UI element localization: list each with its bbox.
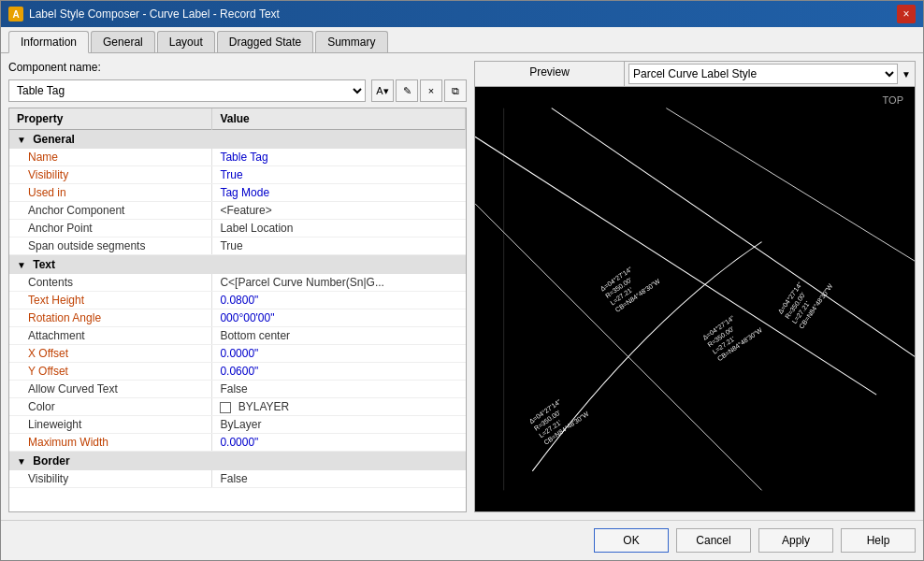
apply-button[interactable]: Apply <box>758 528 833 553</box>
expand-text-icon: ▼ <box>17 260 26 270</box>
table-row[interactable]: Visibility True <box>9 166 466 184</box>
prop-value-border-visibility: False <box>212 470 466 488</box>
app-icon: A <box>8 7 23 22</box>
prop-name-y-offset: Y Offset <box>9 363 212 381</box>
help-button[interactable]: Help <box>841 528 916 553</box>
prop-value-text-height: 0.0800" <box>212 292 466 309</box>
prop-value-name: Table Tag <box>212 149 466 166</box>
prop-name-attachment: Attachment <box>9 327 212 345</box>
preview-svg: Δ=04°27'14" R=350.00' L=27.21' CB=N84°48… <box>475 87 915 511</box>
prop-name-contents: Contents <box>9 274 212 292</box>
expand-border-icon: ▼ <box>17 456 26 467</box>
prop-value-attachment: Bottom center <box>212 327 466 345</box>
text-style-button[interactable]: A▾ <box>371 79 394 102</box>
delete-button[interactable]: × <box>420 79 442 102</box>
style-dropdown[interactable]: Parcel Curve Label Style <box>628 64 898 84</box>
table-row[interactable]: Maximum Width 0.0000" <box>9 434 466 452</box>
prop-name-text-height: Text Height <box>9 292 212 309</box>
table-row[interactable]: Visibility False <box>9 470 466 488</box>
prop-name-x-offset: X Offset <box>9 345 212 363</box>
color-swatch <box>220 402 231 413</box>
prop-value-anchor-point: Label Location <box>212 220 466 237</box>
prop-name-used-in: Used in <box>9 184 212 202</box>
prop-value-x-offset: 0.0000" <box>212 345 466 363</box>
tab-layout[interactable]: Layout <box>157 31 215 52</box>
preview-style-select: Parcel Curve Label Style ▼ <box>625 62 915 86</box>
table-row[interactable]: Used in Tag Mode <box>9 184 466 202</box>
table-row[interactable]: Span outside segments True <box>9 237 466 255</box>
dialog-window: A Label Style Composer - Curve Label - R… <box>0 0 924 561</box>
col-value: Value <box>212 108 466 130</box>
dropdown-arrow-icon: ▼ <box>902 69 911 79</box>
component-label: Component name: <box>8 61 101 74</box>
ok-button[interactable]: OK <box>594 528 669 553</box>
prop-name-lineweight: Lineweight <box>9 416 212 434</box>
table-row[interactable]: Anchor Point Label Location <box>9 220 466 237</box>
group-general-label: General <box>33 133 75 146</box>
tab-general[interactable]: General <box>91 31 155 52</box>
preview-panel: Preview Parcel Curve Label Style ▼ TOP <box>474 61 916 512</box>
prop-name-name: Name <box>9 149 212 166</box>
prop-value-visibility: True <box>212 166 466 184</box>
prop-value-y-offset: 0.0600" <box>212 363 466 381</box>
table-row[interactable]: Name Table Tag <box>9 149 466 166</box>
close-button[interactable]: × <box>897 5 916 23</box>
col-property: Property <box>9 108 212 130</box>
component-name-row: Component name: <box>8 61 467 74</box>
component-select-row: Table Tag A▾ ✎ × ⧉ <box>8 79 467 102</box>
preview-canvas: TOP Δ=04°27'14" R=350.00' L=27.21' <box>475 87 915 511</box>
group-border-label: Border <box>33 454 69 468</box>
copy-button[interactable]: ⧉ <box>444 79 467 102</box>
table-row[interactable]: Attachment Bottom center <box>9 327 466 345</box>
table-row[interactable]: Text Height 0.0800" <box>9 292 466 309</box>
table-row[interactable]: Anchor Component <Feature> <box>9 202 466 220</box>
prop-value-lineweight: ByLayer <box>212 416 466 434</box>
prop-name-border-visibility: Visibility <box>9 470 212 488</box>
prop-value-span: True <box>212 237 466 255</box>
tab-summary[interactable]: Summary <box>315 31 387 52</box>
prop-name-rotation: Rotation Angle <box>9 309 212 327</box>
dialog-title: Label Style Composer - Curve Label - Rec… <box>29 7 280 21</box>
top-label: TOP <box>883 94 903 106</box>
table-row[interactable]: Lineweight ByLayer <box>9 416 466 434</box>
group-text-label: Text <box>33 258 55 271</box>
tab-bar: Information General Layout Dragged State… <box>1 27 923 53</box>
content-area: Component name: Table Tag A▾ ✎ × ⧉ <box>1 53 923 520</box>
prop-value-allow-curved: False <box>212 381 466 398</box>
prop-value-rotation: 000°00'00" <box>212 309 466 327</box>
table-row[interactable]: Y Offset 0.0600" <box>9 363 466 381</box>
prop-value-anchor-component: <Feature> <box>212 202 466 220</box>
prop-name-span: Span outside segments <box>9 237 212 255</box>
title-bar-left: A Label Style Composer - Curve Label - R… <box>8 7 280 22</box>
group-text[interactable]: ▼ Text <box>9 255 466 275</box>
table-row[interactable]: Contents C<[Parcel Curve Number(Sn|G... <box>9 274 466 292</box>
toolbar: A▾ ✎ × ⧉ <box>371 79 467 102</box>
component-select[interactable]: Table Tag <box>8 79 366 102</box>
table-row[interactable]: Rotation Angle 000°00'00" <box>9 309 466 327</box>
prop-value-color: BYLAYER <box>212 398 466 416</box>
prop-name-color: Color <box>9 398 212 416</box>
prop-name-allow-curved: Allow Curved Text <box>9 381 212 398</box>
left-panel: Component name: Table Tag A▾ ✎ × ⧉ <box>8 61 467 512</box>
table-row[interactable]: X Offset 0.0000" <box>9 345 466 363</box>
prop-name-visibility: Visibility <box>9 166 212 184</box>
prop-name-anchor-point: Anchor Point <box>9 220 212 237</box>
expand-general-icon: ▼ <box>17 135 26 145</box>
cancel-button[interactable]: Cancel <box>676 528 751 553</box>
preview-tab[interactable]: Preview <box>475 62 625 86</box>
edit-button[interactable]: ✎ <box>396 79 418 102</box>
prop-value-max-width: 0.0000" <box>212 434 466 452</box>
tab-dragged-state[interactable]: Dragged State <box>217 31 313 52</box>
table-row[interactable]: Color BYLAYER <box>9 398 466 416</box>
prop-value-contents: C<[Parcel Curve Number(Sn|G... <box>212 274 466 292</box>
prop-value-used-in: Tag Mode <box>212 184 466 202</box>
group-border[interactable]: ▼ Border <box>9 452 466 471</box>
bottom-bar: OK Cancel Apply Help <box>1 520 923 560</box>
property-table-container: Property Value ▼ General <box>8 108 467 512</box>
tab-information[interactable]: Information <box>8 31 89 53</box>
group-general[interactable]: ▼ General <box>9 130 466 150</box>
preview-header: Preview Parcel Curve Label Style ▼ <box>475 62 915 87</box>
title-bar: A Label Style Composer - Curve Label - R… <box>1 1 923 27</box>
prop-name-anchor-component: Anchor Component <box>9 202 212 220</box>
table-row[interactable]: Allow Curved Text False <box>9 381 466 398</box>
